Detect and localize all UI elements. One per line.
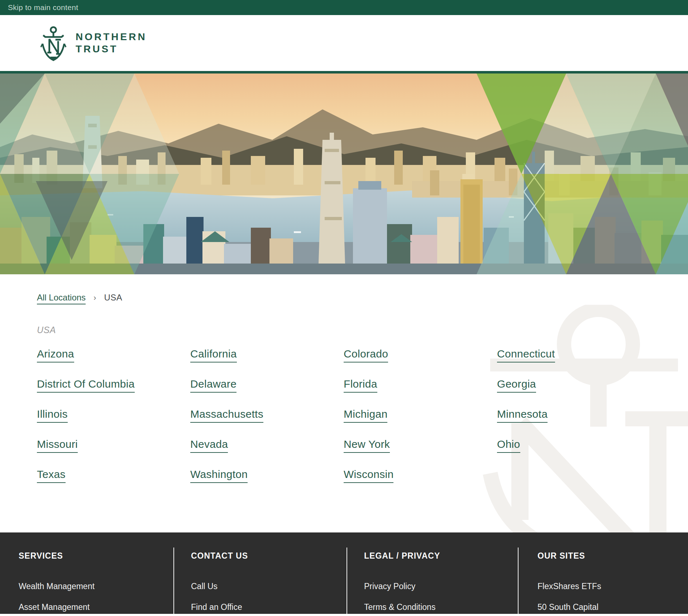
state-link-district-of-columbia[interactable]: District Of Columbia	[37, 378, 135, 393]
state-link-illinois[interactable]: Illinois	[37, 408, 68, 423]
state-link-massachusetts[interactable]: Massachusetts	[190, 408, 263, 423]
state-link-washington[interactable]: Washington	[190, 468, 248, 483]
footer-heading: OUR SITES	[538, 551, 681, 561]
state-link-wisconsin[interactable]: Wisconsin	[344, 468, 393, 483]
state-link-delaware[interactable]: Delaware	[190, 378, 236, 393]
footer-divider	[518, 548, 519, 614]
state-link-georgia[interactable]: Georgia	[497, 378, 536, 393]
footer-link-flexshares-etfs[interactable]: FlexShares ETFs	[538, 582, 681, 591]
state-link-nevada[interactable]: Nevada	[190, 438, 228, 453]
state-link-california[interactable]: California	[190, 348, 237, 363]
footer-column-contact-us: CONTACT USCall UsFind an Office	[191, 532, 334, 612]
footer: SERVICESWealth ManagementAsset Managemen…	[0, 532, 688, 614]
section-label-usa: USA	[37, 325, 688, 335]
state-link-ohio[interactable]: Ohio	[497, 438, 520, 453]
state-link-missouri[interactable]: Missouri	[37, 438, 78, 453]
northern-trust-logo[interactable]: NORTHERN TRUST	[40, 24, 147, 62]
state-link-new-york[interactable]: New York	[344, 438, 390, 453]
footer-column-services: SERVICESWealth ManagementAsset Managemen…	[19, 532, 162, 612]
state-link-minnesota[interactable]: Minnesota	[497, 408, 548, 423]
state-link-florida[interactable]: Florida	[344, 378, 377, 393]
footer-heading: CONTACT US	[191, 551, 334, 561]
breadcrumb-chevron-icon: ›	[94, 293, 96, 303]
footer-link-asset-management[interactable]: Asset Management	[19, 602, 162, 612]
footer-link-terms-conditions[interactable]: Terms & Conditions	[364, 602, 507, 612]
skip-to-main-content-link[interactable]: Skip to main content	[8, 3, 78, 12]
footer-heading: LEGAL / PRIVACY	[364, 551, 507, 561]
hero-banner	[0, 74, 688, 274]
footer-link-50-south-capital[interactable]: 50 South Capital	[538, 602, 681, 612]
footer-link-wealth-management[interactable]: Wealth Management	[19, 582, 162, 591]
state-link-arizona[interactable]: Arizona	[37, 348, 74, 363]
footer-heading: SERVICES	[19, 551, 162, 561]
hero-skyline-image	[0, 74, 688, 274]
brand-line-2: TRUST	[76, 43, 147, 55]
footer-link-find-an-office[interactable]: Find an Office	[191, 602, 334, 612]
site-header: NORTHERN TRUST	[0, 15, 688, 74]
footer-link-call-us[interactable]: Call Us	[191, 582, 334, 591]
state-link-connecticut[interactable]: Connecticut	[497, 348, 555, 363]
footer-divider	[347, 548, 347, 614]
footer-column-legal-privacy: LEGAL / PRIVACYPrivacy PolicyTerms & Con…	[364, 532, 507, 612]
anchor-nt-icon	[40, 26, 66, 62]
footer-column-our-sites: OUR SITESFlexShares ETFs50 South Capital	[538, 532, 681, 612]
footer-link-privacy-policy[interactable]: Privacy Policy	[364, 582, 507, 591]
brand-wordmark: NORTHERN TRUST	[76, 31, 147, 55]
brand-line-1: NORTHERN	[76, 31, 147, 43]
breadcrumb: All Locations › USA	[37, 293, 688, 304]
state-link-michigan[interactable]: Michigan	[344, 408, 387, 423]
footer-divider	[173, 548, 174, 614]
states-link-grid: ArizonaCaliforniaColoradoConnecticutDist…	[37, 348, 688, 498]
main-content: All Locations › USA USA ArizonaCaliforni…	[0, 274, 688, 532]
breadcrumb-all-locations-link[interactable]: All Locations	[37, 293, 86, 304]
state-link-texas[interactable]: Texas	[37, 468, 66, 483]
breadcrumb-current: USA	[104, 293, 122, 303]
skip-bar: Skip to main content	[0, 0, 688, 15]
state-link-colorado[interactable]: Colorado	[344, 348, 388, 363]
